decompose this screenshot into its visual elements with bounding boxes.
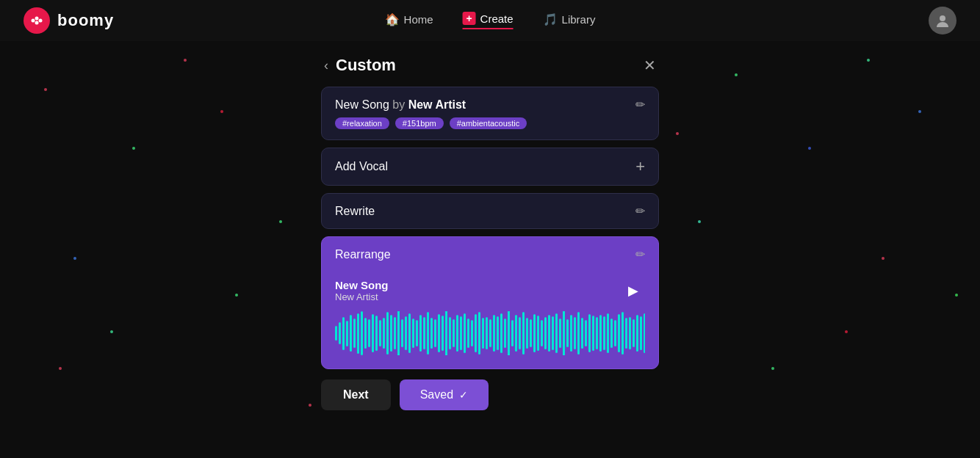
waveform-bar [511,320,514,346]
waveform-bar [633,319,635,347]
tag-relaxation: #relaxation [335,117,389,129]
waveform-bar [456,315,458,352]
svg-point-0 [32,19,35,23]
waveform-bar [475,314,477,352]
nav-create[interactable]: + Create [463,12,514,29]
song-tags: #relaxation #151bpm #ambientacoustic [335,117,527,129]
logo-icon [24,7,50,34]
waveform-bar [394,317,396,349]
waveform-bar [467,319,469,348]
user-avatar[interactable] [929,7,956,34]
waveform-bar [442,316,444,351]
play-button[interactable]: ▶ [621,279,645,302]
waveform-bar [522,312,525,355]
waveform-bar [478,312,480,355]
waveform-bar [618,314,620,352]
waveform-bar [460,316,462,350]
nav-home[interactable]: 🏠 Home [385,12,433,29]
edit-song-button[interactable]: ✏ [635,98,645,112]
waveform-bar [563,311,565,355]
rewrite-label: Rewrite [335,205,375,218]
waveform-bar [504,319,506,348]
waveform-bar [599,315,602,352]
waveform[interactable] [335,311,645,355]
nav-library[interactable]: 🎵 Library [543,12,596,29]
waveform-bar [555,313,558,353]
add-vocal-label: Add Vocal [335,160,388,173]
add-vocal-card[interactable]: Add Vocal + [321,148,659,186]
back-button[interactable]: ‹ [324,58,328,73]
waveform-bar [592,316,594,351]
song-info-text: New Song New Artist [335,279,389,302]
main-nav: 🏠 Home + Create 🎵 Library [385,12,596,29]
next-button[interactable]: Next [321,379,391,410]
waveform-bar [346,321,348,346]
waveform-bar [427,312,429,355]
waveform-bar [372,314,374,352]
waveform-bar [566,319,569,347]
header: boomy 🏠 Home + Create 🎵 Library [0,0,980,41]
waveform-bar [577,312,580,355]
waveform-bar [339,322,341,344]
waveform-bar [508,311,510,355]
waveform-bar [453,319,455,347]
waveform-bar [614,320,616,346]
rearrange-edit-button[interactable]: ✏ [635,247,645,261]
waveform-bar [430,318,433,349]
waveform-bar [438,314,440,352]
waveform-bar [574,317,576,349]
rewrite-card[interactable]: Rewrite ✏ [321,193,659,229]
tag-bpm: #151bpm [395,117,444,129]
waveform-bar [515,315,517,352]
waveform-bar [482,318,484,349]
song-card-top: New Song by New Artist ✏ [335,98,645,112]
waveform-bar [357,313,359,354]
waveform-bar [401,319,403,347]
waveform-bar [585,320,587,346]
svg-point-4 [940,15,945,21]
close-button[interactable]: ✕ [644,57,656,74]
custom-panel: ‹ Custom ✕ New Song by New Artist ✏ #rel… [321,56,659,410]
waveform-bar [588,314,591,352]
waveform-bar [541,320,543,346]
rearrange-label: Rearrange [335,248,391,261]
waveform-bar [644,313,645,353]
waveform-bar [489,319,491,347]
waveform-bar [350,315,352,352]
waveform-bar [375,316,378,351]
waveform-bar [471,320,473,346]
waveform-bar [408,313,411,353]
waveform-bar [497,316,499,350]
waveform-bar [629,317,631,349]
song-title: New Song by New Artist [335,98,466,112]
waveform-bar [397,311,400,355]
rearrange-card: Rearrange ✏ New Song New Artist ▶ [321,236,659,369]
waveform-bar [640,316,642,350]
artist-name: New Artist [408,98,466,111]
add-vocal-button[interactable]: + [635,159,645,175]
waveform-bar [570,315,572,352]
rearrange-artist-name: New Artist [335,291,389,302]
waveform-bar [603,316,605,350]
by-label: by [392,98,408,111]
waveform-bar [610,319,613,348]
waveform-bar [383,318,385,349]
saved-check-icon: ✓ [459,389,468,401]
song-info-row: New Song New Artist ▶ [335,279,645,302]
tag-genre: #ambientacoustic [450,117,527,129]
rewrite-edit-button[interactable]: ✏ [635,204,645,218]
waveform-bar [621,312,624,355]
panel-header-left: ‹ Custom [324,56,396,75]
waveform-bar [519,317,521,349]
svg-point-2 [39,19,43,23]
create-icon: + [463,12,476,25]
waveform-bar [335,326,337,341]
rearrange-body: New Song New Artist ▶ [322,272,658,368]
waveform-bar [412,319,414,348]
saved-button[interactable]: Saved ✓ [400,379,489,410]
svg-point-1 [35,17,39,21]
waveform-bar [449,317,451,349]
waveform-bar [537,316,539,351]
footer-buttons: Next Saved ✓ [321,379,659,410]
waveform-bar [559,319,561,348]
